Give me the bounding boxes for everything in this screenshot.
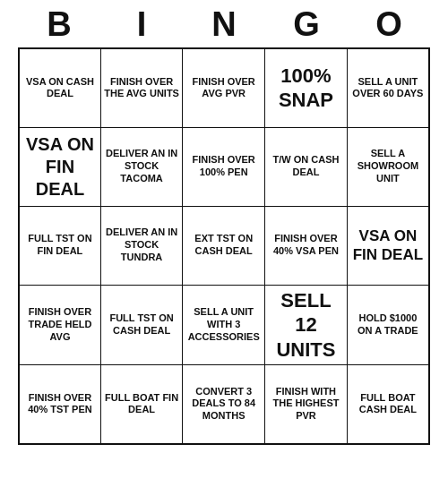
bingo-cell-r0c2: FINISH OVER AVG PVR xyxy=(183,48,265,127)
bingo-cell-r4c2: CONVERT 3 DEALS TO 84 MONTHS xyxy=(183,365,265,444)
letter-o: O xyxy=(366,5,412,44)
bingo-cell-r0c1: FINISH OVER THE AVG UNITS xyxy=(100,48,182,127)
bingo-cell-r4c3: FINISH WITH THE HIGHEST PVR xyxy=(265,365,348,444)
bingo-cell-r1c4: SELL A SHOWROOM UNIT xyxy=(347,127,429,206)
bingo-cell-r1c0: VSA ON FIN DEAL xyxy=(19,127,100,206)
bingo-cell-r1c1: DELIVER AN IN STOCK TACOMA xyxy=(100,127,182,206)
bingo-cell-r3c1: FULL TST ON CASH DEAL xyxy=(100,285,182,365)
bingo-cell-r3c2: SELL A UNIT WITH 3 ACCESSORIES xyxy=(183,285,265,365)
letter-n: N xyxy=(201,5,247,44)
bingo-cell-r3c3: SELL 12 UNITS xyxy=(265,285,348,365)
bingo-cell-r0c0: VSA ON CASH DEAL xyxy=(19,48,100,127)
bingo-title-row: B I N G O xyxy=(18,0,430,47)
bingo-cell-r1c2: FINISH OVER 100% PEN xyxy=(183,127,265,206)
bingo-cell-r2c4: VSA ON FIN DEAL xyxy=(347,206,429,285)
bingo-cell-r2c1: DELIVER AN IN STOCK TUNDRA xyxy=(100,206,182,285)
bingo-cell-r4c1: FULL BOAT FIN DEAL xyxy=(100,365,182,444)
letter-i: I xyxy=(118,5,165,44)
bingo-cell-r2c2: EXT TST ON CASH DEAL xyxy=(183,206,265,285)
bingo-cell-r4c4: FULL BOAT CASH DEAL xyxy=(347,365,429,444)
bingo-cell-r4c0: FINISH OVER 40% TST PEN xyxy=(19,365,100,444)
bingo-cell-r0c3: 100% SNAP xyxy=(265,48,348,127)
bingo-cell-r3c0: FINISH OVER TRADE HELD AVG xyxy=(19,285,100,365)
bingo-cell-r1c3: T/W ON CASH DEAL xyxy=(265,127,348,206)
bingo-cell-r3c4: HOLD $1000 ON A TRADE xyxy=(347,285,429,365)
bingo-cell-r2c0: FULL TST ON FIN DEAL xyxy=(19,206,100,285)
letter-b: B xyxy=(36,5,82,44)
letter-g: G xyxy=(283,5,330,44)
bingo-grid: VSA ON CASH DEALFINISH OVER THE AVG UNIT… xyxy=(18,47,430,445)
bingo-cell-r2c3: FINISH OVER 40% VSA PEN xyxy=(265,206,348,285)
bingo-cell-r0c4: SELL A UNIT OVER 60 DAYS xyxy=(347,48,429,127)
